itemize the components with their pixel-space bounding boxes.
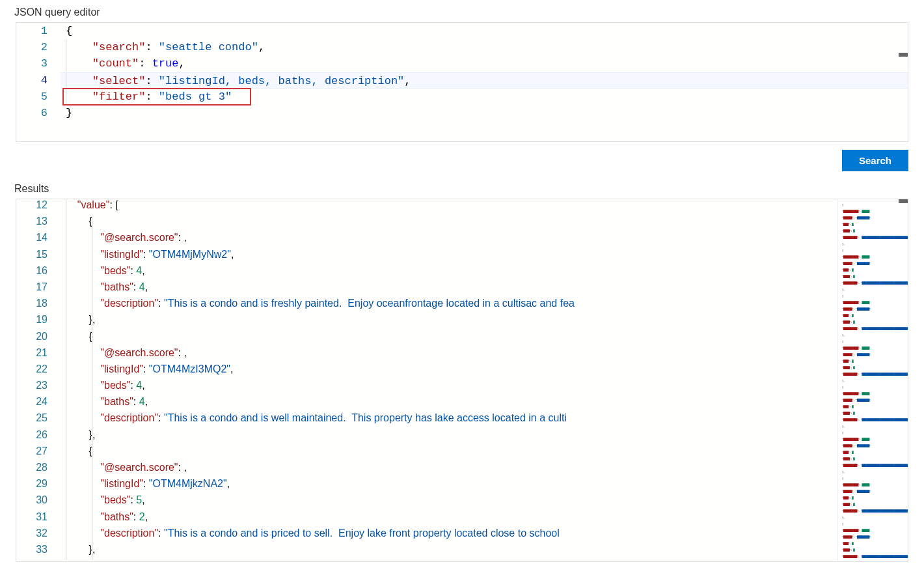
- result-0-listingid: OTM4MjMyNw2: [153, 249, 228, 260]
- editor-gutter: 1 2 3 4 5 6: [16, 23, 61, 121]
- results-section-label: Results: [0, 176, 924, 199]
- result-0-beds: 4: [136, 265, 142, 276]
- result-2-listingid: OTM4MjkzNA2: [153, 478, 223, 489]
- editor-section-label: JSON query editor: [0, 0, 924, 22]
- result-1-listingid: OTM4MzI3MQ2: [153, 363, 227, 374]
- result-2-baths: 2: [139, 511, 145, 522]
- result-1-beds: 4: [136, 380, 142, 391]
- results-minimap[interactable]: { "████████████": ██████ "███████": "███…: [837, 199, 908, 561]
- query-search-value: seattle condo: [165, 41, 252, 53]
- results-code[interactable]: "value": [ { "@search.score": , "listing…: [61, 199, 837, 561]
- result-2-beds: 5: [136, 494, 142, 505]
- result-1-baths: 4: [139, 396, 145, 407]
- results-panel[interactable]: 12131415 16171819 20212223 24252627 2829…: [16, 199, 908, 562]
- editor-code[interactable]: { "search": "seattle condo", "count": tr…: [61, 23, 908, 121]
- results-gutter: 12131415 16171819 20212223 24252627 2829…: [16, 199, 61, 561]
- result-0-description: This is a condo and is freshly painted. …: [168, 298, 575, 309]
- query-count-value: true: [152, 57, 179, 70]
- query-select-value: listingId, beds, baths, description: [165, 75, 398, 87]
- result-1-description: This is a condo and is well maintained. …: [168, 412, 567, 423]
- results-scrollbar-marker[interactable]: [899, 199, 908, 203]
- search-button[interactable]: Search: [842, 150, 908, 171]
- result-2-description: This is a condo and is priced to sell. E…: [168, 528, 560, 539]
- result-0-baths: 4: [139, 281, 145, 292]
- query-filter-value: beds gt 3: [165, 91, 225, 103]
- json-editor-panel[interactable]: 1 2 3 4 5 6 { "search": "seattle condo",…: [16, 22, 908, 142]
